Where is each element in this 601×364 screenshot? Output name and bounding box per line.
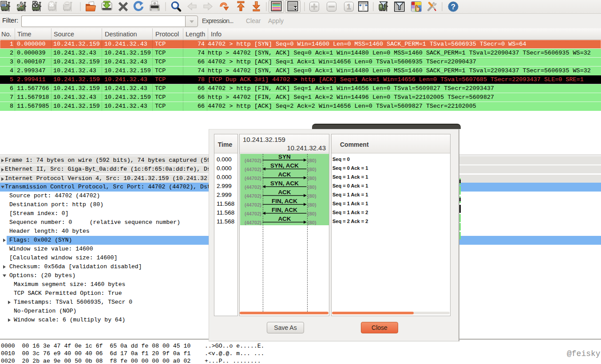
svg-text:(44702): (44702) — [245, 220, 261, 225]
svg-text:?: ? — [451, 3, 455, 11]
svg-text:(80): (80) — [308, 211, 316, 216]
svg-text:(44702): (44702) — [245, 176, 261, 181]
svg-text:(44702): (44702) — [245, 193, 261, 199]
svg-text:(44702): (44702) — [245, 211, 261, 216]
svg-text:(44702): (44702) — [245, 202, 261, 207]
svg-text:(80): (80) — [308, 202, 316, 207]
svg-text:(80): (80) — [308, 167, 316, 172]
svg-text:ACK: ACK — [278, 189, 291, 196]
svg-text:FIN, ACK: FIN, ACK — [272, 207, 297, 213]
svg-text:(80): (80) — [308, 193, 316, 199]
svg-text:SYN, ACK: SYN, ACK — [270, 162, 299, 169]
svg-text:(44702): (44702) — [245, 184, 261, 190]
svg-text:FIN, ACK: FIN, ACK — [272, 198, 297, 204]
svg-text:SYN, ACK: SYN, ACK — [270, 180, 299, 187]
svg-text:(80): (80) — [308, 184, 316, 190]
svg-text:(80): (80) — [308, 176, 316, 181]
svg-text:(80): (80) — [308, 220, 316, 225]
svg-text:1: 1 — [347, 3, 351, 11]
svg-text:SYN: SYN — [278, 153, 291, 160]
svg-text:(44702): (44702) — [245, 158, 261, 163]
svg-text:(80): (80) — [308, 158, 316, 163]
svg-text:ACK: ACK — [278, 215, 291, 222]
svg-text:ACK: ACK — [278, 171, 291, 178]
svg-text:(44702): (44702) — [245, 167, 261, 172]
